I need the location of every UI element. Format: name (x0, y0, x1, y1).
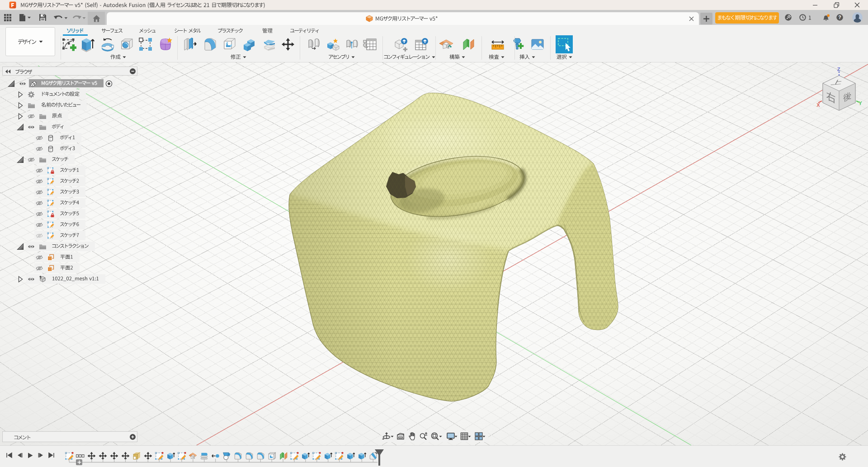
visibility-eye-icon[interactable] (36, 200, 43, 206)
viewport-3d[interactable]: ZXY (0, 62, 868, 445)
ground-radio-icon[interactable] (105, 80, 113, 87)
visibility-toggle[interactable] (36, 233, 43, 238)
ribbon-tab-2[interactable] (102, 27, 123, 35)
visibility-toggle[interactable] (28, 114, 35, 119)
ribbon-tool-rectangular-pattern[interactable] (138, 37, 153, 52)
visibility-toggle[interactable] (36, 266, 43, 271)
visibility-toggle[interactable] (36, 222, 43, 228)
ribbon-group-label-2[interactable] (231, 54, 246, 60)
add-comment-button[interactable] (130, 434, 136, 440)
nav-viewports-dropdown[interactable] (482, 435, 486, 438)
ribbon-tab-1[interactable] (67, 27, 84, 35)
ribbon-tool-extrude[interactable] (80, 37, 95, 52)
expander-collapsed-icon[interactable] (18, 113, 23, 120)
visibility-toggle[interactable] (28, 124, 35, 130)
ribbon-tab-6[interactable] (262, 27, 273, 35)
visibility-eye-icon[interactable] (36, 168, 43, 173)
select-tool-active-box[interactable] (556, 35, 573, 53)
redo-button[interactable] (70, 10, 88, 25)
visibility-toggle[interactable] (36, 255, 43, 260)
visibility-eye-icon[interactable] (36, 146, 43, 152)
ribbon-tool-insert-canvas[interactable] (530, 37, 545, 52)
nav-look-at[interactable] (396, 432, 405, 441)
expander-expanded-icon[interactable] (8, 80, 15, 87)
ribbon-tool-insert-fastener[interactable] (510, 37, 526, 52)
user-avatar[interactable] (852, 12, 863, 23)
license-expiry-badge[interactable] (715, 12, 779, 24)
nav-fit-dropdown[interactable] (439, 435, 442, 438)
save-button[interactable] (37, 10, 48, 25)
ribbon-group-label-4[interactable] (384, 54, 435, 60)
visibility-toggle[interactable] (36, 211, 43, 217)
timeline-settings-gear-icon[interactable] (839, 453, 846, 461)
visibility-toggle[interactable] (28, 244, 35, 249)
expander-expanded-icon[interactable] (17, 124, 24, 131)
timeline-go-to-end-button[interactable] (48, 452, 55, 459)
ribbon-tool-new-component[interactable] (306, 37, 321, 52)
expander-expanded-icon[interactable] (17, 156, 24, 163)
expander-collapsed-icon[interactable] (18, 102, 23, 109)
timeline-go-to-start-button[interactable] (6, 452, 13, 459)
visibility-eye-icon[interactable] (28, 276, 35, 282)
visibility-eye-icon[interactable] (36, 190, 43, 195)
extension-plug-icon[interactable] (785, 14, 792, 21)
nav-pan[interactable] (408, 432, 417, 441)
ribbon-tab-7[interactable] (290, 27, 319, 35)
ribbon-tool-joint[interactable] (326, 37, 341, 52)
ribbon-group-label-7[interactable] (519, 54, 535, 60)
visibility-toggle[interactable] (28, 276, 35, 282)
ribbon-tool-as-built-joint[interactable] (344, 37, 360, 52)
ribbon-tool-offset-plane[interactable] (461, 37, 476, 52)
document-tab[interactable] (107, 12, 699, 25)
minimize-button[interactable] (807, 0, 823, 10)
ribbon-tool-measure[interactable] (490, 37, 505, 52)
ribbon-group-label-1[interactable] (110, 54, 126, 60)
undo-button[interactable] (52, 10, 70, 25)
home-view-button[interactable] (88, 12, 105, 25)
visibility-toggle[interactable] (19, 81, 26, 86)
timeline-playhead[interactable] (374, 449, 384, 466)
ribbon-tool-press-pull[interactable] (182, 37, 198, 52)
ribbon-tool-fillet[interactable] (203, 37, 218, 52)
expander-collapsed-icon[interactable] (18, 276, 23, 283)
visibility-eye-icon[interactable] (36, 135, 43, 141)
visibility-eye-icon[interactable] (28, 157, 35, 162)
visibility-eye-icon[interactable] (36, 266, 43, 271)
ribbon-group-label-3[interactable] (329, 54, 355, 60)
tab-close-button[interactable] (688, 15, 694, 22)
ribbon-tool-revolve[interactable] (100, 37, 115, 52)
visibility-eye-icon[interactable] (28, 114, 35, 119)
visibility-eye-icon[interactable] (36, 222, 43, 228)
ribbon-tool-construct-plane[interactable] (439, 37, 454, 52)
maximize-button[interactable] (829, 0, 844, 10)
browser-minimize-button[interactable] (130, 68, 136, 74)
comment-box[interactable] (2, 431, 137, 442)
ribbon-tool-joint-table[interactable] (362, 37, 377, 52)
nav-zoom[interactable] (419, 432, 428, 441)
visibility-toggle[interactable] (36, 168, 43, 173)
ribbon-tool-create-form[interactable] (158, 37, 173, 52)
ribbon-tool-shell[interactable] (222, 37, 237, 52)
ribbon-tool-configuration-table[interactable] (414, 37, 429, 52)
ribbon-tab-3[interactable] (139, 27, 156, 35)
browser-header[interactable] (2, 67, 137, 76)
nav-display-settings[interactable] (446, 432, 455, 441)
visibility-toggle[interactable] (28, 157, 35, 162)
visibility-eye-icon[interactable] (36, 211, 43, 217)
visibility-toggle[interactable] (36, 200, 43, 206)
ribbon-tool-configure[interactable] (393, 37, 409, 52)
visibility-eye-icon[interactable] (19, 81, 26, 86)
nav-grid-settings[interactable] (460, 432, 469, 441)
visibility-eye-icon[interactable] (28, 244, 35, 249)
visibility-toggle[interactable] (36, 135, 43, 141)
nav-display-dropdown[interactable] (454, 435, 458, 438)
ribbon-tool-offset-face[interactable] (262, 37, 277, 52)
ribbon-group-label-8[interactable] (557, 54, 572, 60)
visibility-eye-icon[interactable] (36, 179, 43, 184)
ribbon-tool-create-sketch[interactable] (61, 37, 76, 52)
visibility-toggle[interactable] (36, 146, 43, 152)
nav-orbit-dropdown[interactable] (391, 435, 394, 438)
ribbon-tool-move-copy[interactable] (280, 37, 296, 52)
ribbon-tab-5[interactable] (218, 27, 243, 35)
ribbon-tool-hole[interactable] (119, 37, 135, 52)
